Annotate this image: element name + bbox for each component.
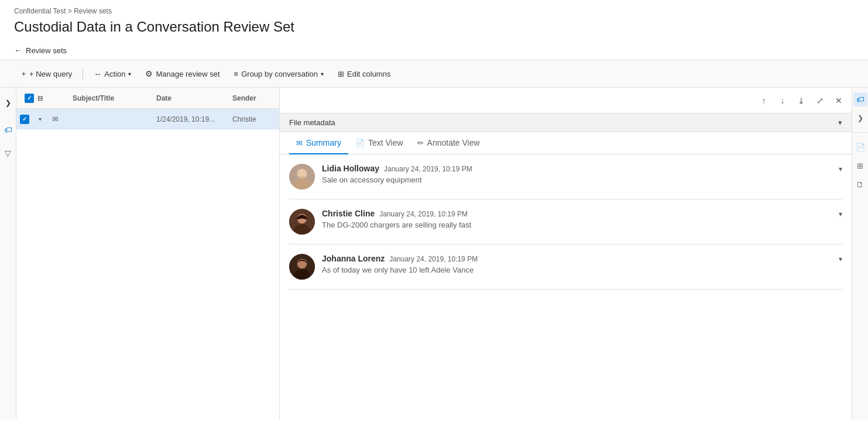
right-sidebar-table-button[interactable]: ⊞ xyxy=(853,159,867,173)
navigate-down-button[interactable]: ↓ xyxy=(774,92,791,109)
conversation-expand-button[interactable]: ▾ xyxy=(839,254,842,263)
navigate-down-end-button[interactable]: ⤓ xyxy=(793,92,809,109)
right-sidebar-file-button[interactable]: 🗋 xyxy=(853,177,867,191)
column-header-subject[interactable]: Subject/Title xyxy=(68,94,152,102)
conversation-expand-button[interactable]: ▾ xyxy=(839,164,842,173)
breadcrumb-current: Review sets xyxy=(74,7,112,15)
sidebar-tag-icon[interactable]: 🏷 xyxy=(1,123,15,137)
action-button[interactable]: ↔ Action ▾ xyxy=(88,66,137,82)
page-title: Custodial Data in a Conversation Review … xyxy=(14,19,854,35)
toolbar-divider-1 xyxy=(83,68,83,80)
sender-name: Christie Cline xyxy=(322,209,375,218)
conversation-content: Christie Cline January 24, 2019, 10:19 P… xyxy=(322,209,832,229)
avatar xyxy=(289,164,315,190)
tab-summary[interactable]: ✉ Summary xyxy=(289,132,348,154)
manage-review-set-button[interactable]: ⚙ Manage review set xyxy=(139,66,225,82)
collapse-panel-button[interactable]: ❯ xyxy=(0,92,16,113)
row-sender: Christie xyxy=(232,115,279,123)
sender-name: Johanna Lorenz xyxy=(322,254,385,263)
tag-icon: 🏷 xyxy=(4,125,12,135)
message-date: January 24, 2019, 10:19 PM xyxy=(384,165,472,173)
group-icon: ≡ xyxy=(234,70,239,78)
list-item: Lidia Holloway January 24, 2019, 10:19 P… xyxy=(289,154,842,199)
arrow-down-end-icon: ⤓ xyxy=(798,96,805,105)
chevron-right-icon: ❯ xyxy=(857,114,863,122)
breadcrumb-separator: > xyxy=(68,7,74,15)
navigate-expand-button[interactable]: ⤢ xyxy=(812,92,828,109)
new-query-button[interactable]: ＋ + New query xyxy=(14,65,78,82)
chevron-down-icon: ▾ xyxy=(39,116,42,122)
tabs-bar: ✉ Summary 📄 Text View ✏ Annotate View xyxy=(280,132,852,154)
message-date: January 24, 2019, 10:19 PM xyxy=(389,255,478,263)
conversation-header: Johanna Lorenz January 24, 2019, 10:19 P… xyxy=(322,254,832,263)
chevron-down-icon: ▾ xyxy=(839,210,842,218)
tab-annotate-view[interactable]: ✏ Annotate View xyxy=(410,132,487,154)
header-checkbox-cell xyxy=(21,94,37,103)
filter-icon: ▽ xyxy=(5,149,11,158)
conversation-header: Lidia Holloway January 24, 2019, 10:19 P… xyxy=(322,164,832,173)
conversation-expand-button[interactable]: ▾ xyxy=(839,209,842,218)
columns-icon: ⊞ xyxy=(338,70,344,78)
main-toolbar: ＋ + New query ↔ Action ▾ ⚙ Manage review… xyxy=(0,60,868,88)
gear-icon: ⚙ xyxy=(145,69,153,78)
chevron-down-icon: ▾ xyxy=(839,165,842,173)
group-chevron-icon: ▾ xyxy=(321,71,324,77)
right-sidebar-doc-button[interactable]: 📄 xyxy=(853,140,867,154)
navigate-up-button[interactable]: ↑ xyxy=(756,92,772,109)
right-sidebar-divider xyxy=(852,132,868,133)
plus-icon: ＋ xyxy=(20,68,28,79)
annotate-icon: ✏ xyxy=(417,139,424,147)
list-item: Christie Cline January 24, 2019, 10:19 P… xyxy=(289,199,842,244)
conversation-content: Johanna Lorenz January 24, 2019, 10:19 P… xyxy=(322,254,832,274)
group-by-conversation-label: Group by conversation xyxy=(241,70,318,78)
group-by-conversation-button[interactable]: ≡ Group by conversation ▾ xyxy=(228,66,330,82)
row-expand-cell[interactable]: ▾ xyxy=(33,116,47,122)
breadcrumb[interactable]: Confidential Test > Review sets xyxy=(14,7,854,15)
sidebar-filter-icon[interactable]: ▽ xyxy=(1,146,15,160)
message-text: As of today we only have 10 left Adele V… xyxy=(322,266,832,274)
message-text: Sale on accessory equipment xyxy=(322,175,832,184)
nav-back-label: Review sets xyxy=(26,46,67,55)
tab-text-view[interactable]: 📄 Text View xyxy=(348,132,410,154)
sender-name: Lidia Holloway xyxy=(322,164,379,173)
close-icon: ✕ xyxy=(835,96,842,105)
right-sidebar: 🏷 ❯ 📄 ⊞ 🗋 xyxy=(852,88,868,419)
right-sidebar-collapse-button[interactable]: ❯ xyxy=(853,111,867,125)
list-panel: ⊟ Subject/Title Date Sender ▾ ✉ 1/24/201… xyxy=(16,88,280,419)
list-item: Johanna Lorenz January 24, 2019, 10:19 P… xyxy=(289,244,842,290)
arrow-down-icon: ↓ xyxy=(781,96,785,105)
chevron-down-icon: ▾ xyxy=(839,255,842,263)
file-metadata-bar: File metadata ▾ xyxy=(280,113,852,132)
file-icon: 🗋 xyxy=(856,180,864,189)
column-header-sender[interactable]: Sender xyxy=(228,94,275,102)
manage-review-set-label: Manage review set xyxy=(156,70,219,78)
action-icon: ↔ xyxy=(94,70,101,78)
edit-columns-button[interactable]: ⊞ Edit columns xyxy=(332,66,396,82)
right-sidebar-tag-button[interactable]: 🏷 xyxy=(853,92,867,106)
text-view-icon: 📄 xyxy=(355,139,365,147)
detail-panel: ↑ ↓ ⤓ ⤢ ✕ File metadata ▾ ✉ Summary xyxy=(280,88,852,419)
breadcrumb-link[interactable]: Confidential Test xyxy=(14,7,66,15)
action-chevron-icon: ▾ xyxy=(128,71,131,77)
new-query-label: + New query xyxy=(29,70,72,78)
file-metadata-chevron[interactable]: ▾ xyxy=(838,118,842,127)
row-checkbox[interactable] xyxy=(20,115,29,124)
close-detail-button[interactable]: ✕ xyxy=(831,92,847,109)
nav-back-button[interactable]: ← Review sets xyxy=(14,41,854,60)
chevron-right-icon: ❯ xyxy=(5,99,11,107)
table-icon: ⊞ xyxy=(857,161,863,170)
header-expand-cell: ⊟ xyxy=(37,94,52,102)
column-header-date[interactable]: Date xyxy=(152,94,228,102)
table-row[interactable]: ▾ ✉ 1/24/2019, 10:19... Christie xyxy=(16,109,279,130)
row-type-icon-cell: ✉ xyxy=(47,115,63,123)
conversation-list: Lidia Holloway January 24, 2019, 10:19 P… xyxy=(280,154,852,419)
expand-icon: ⤢ xyxy=(816,96,824,105)
row-checkbox-cell xyxy=(16,115,33,124)
list-header: ⊟ Subject/Title Date Sender xyxy=(16,88,279,109)
left-sidebar: ❯ 🏷 ▽ xyxy=(0,88,16,419)
select-all-checkbox[interactable] xyxy=(25,94,34,103)
action-label: Action xyxy=(104,70,125,78)
header-expand-icon: ⊟ xyxy=(37,95,43,102)
arrow-up-icon: ↑ xyxy=(762,96,766,105)
tab-summary-label: Summary xyxy=(306,138,341,147)
